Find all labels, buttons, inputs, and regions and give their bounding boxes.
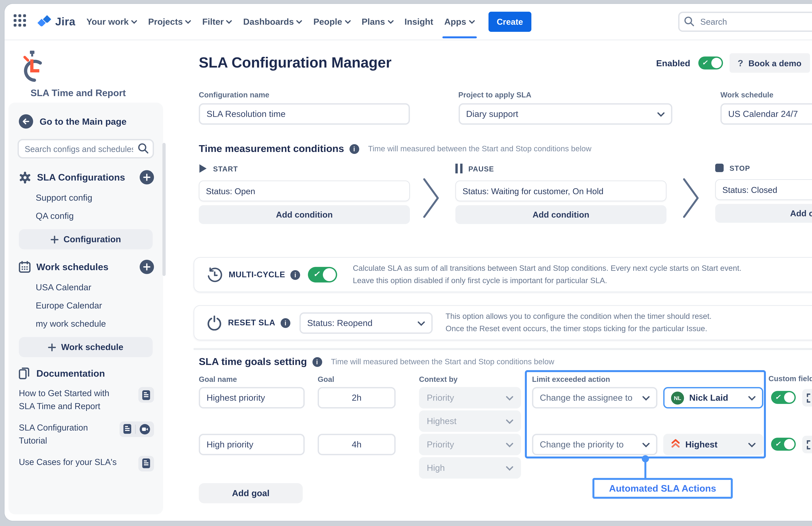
chevron-down-icon <box>748 440 755 449</box>
power-icon <box>207 315 221 330</box>
priority-select-row2[interactable]: Highest <box>663 434 763 455</box>
config-name-label: Configuration name <box>199 91 410 99</box>
info-icon[interactable]: i <box>312 357 322 367</box>
doc-how-to-get-started[interactable]: How to Get Started with SLA Time and Rep… <box>19 387 154 414</box>
doc-badge <box>119 422 154 437</box>
pause-add-condition-button[interactable]: Add condition <box>455 205 667 224</box>
context-by-header: Context by <box>419 375 458 383</box>
chevron-down-icon <box>418 318 425 327</box>
reset-sla-select[interactable]: Status: Reopend <box>299 312 433 334</box>
info-icon[interactable]: i <box>290 270 300 280</box>
chevron-down-icon <box>506 416 513 426</box>
chevron-down-icon <box>506 393 513 403</box>
config-name-input[interactable] <box>199 103 410 125</box>
multi-cycle-label: MULTI-CYCLE <box>229 270 285 279</box>
page-title: SLA Configuration Manager <box>199 55 392 71</box>
project-select[interactable]: Diary support <box>458 103 672 125</box>
custom-field-toggle-row2[interactable]: ✓ <box>771 438 796 451</box>
sidebar: SLA Time and Report Go to the Main page <box>4 40 167 521</box>
goal-name-input-row1[interactable] <box>199 387 305 408</box>
start-add-condition-button[interactable]: Add condition <box>199 205 410 224</box>
work-schedules-title: Work schedules <box>37 262 108 272</box>
sidebar-item-support-config[interactable]: Support config <box>36 193 154 203</box>
assignee-select-row1[interactable]: NL Nick Laid <box>663 387 763 408</box>
nav-dashboards[interactable]: Dashboards <box>243 17 302 27</box>
chevron-down-icon <box>748 393 755 403</box>
create-button[interactable]: Create <box>488 12 532 32</box>
app-switcher-icon[interactable] <box>14 14 26 29</box>
work-schedules-section: Work schedules <box>19 260 154 274</box>
work-schedule-select[interactable]: US Calendar 24/7 <box>721 103 812 125</box>
expand-icon <box>807 440 812 449</box>
chevron-down-icon <box>296 20 302 24</box>
chevron-down-icon <box>469 20 475 24</box>
nav-apps[interactable]: Apps <box>444 17 475 27</box>
chevron-down-icon <box>131 20 137 24</box>
nav-plans[interactable]: Plans <box>362 17 393 27</box>
reset-sla-label: RESET SLA <box>228 318 275 327</box>
expand-button-row1[interactable] <box>802 389 812 407</box>
context-value-select-row1[interactable]: Highest <box>419 410 521 432</box>
multi-cycle-icon <box>207 267 222 282</box>
goals-hint: Time will measured between the Start and… <box>331 357 554 366</box>
jira-logo[interactable]: Jira <box>37 14 75 30</box>
goal-value-input-row1[interactable] <box>318 387 396 408</box>
context-value-select-row2[interactable]: High <box>419 457 521 479</box>
add-configuration-button[interactable]: Configuration <box>19 229 153 249</box>
stop-column: STOP Status: Closed Add condition <box>715 164 812 223</box>
custom-field-header: Custom field <box>768 375 812 382</box>
sidebar-item-usa-calendar[interactable]: USA Calendar <box>36 282 154 292</box>
goal-header: Goal <box>318 375 334 383</box>
add-configuration-icon-button[interactable] <box>140 170 154 185</box>
search-input[interactable] <box>678 12 812 32</box>
sidebar-search-input[interactable] <box>17 139 154 159</box>
add-goal-button[interactable]: Add goal <box>199 483 303 503</box>
sidebar-item-europe-calendar[interactable]: Europe Calendar <box>36 301 154 310</box>
limit-action-select-row1[interactable]: Change the assignee to <box>532 387 657 408</box>
project-label: Project to apply SLA <box>458 91 672 99</box>
enabled-toggle[interactable]: ✓ <box>698 57 723 70</box>
info-icon[interactable]: i <box>349 144 359 154</box>
nav-insight[interactable]: Insight <box>405 17 433 27</box>
stop-condition[interactable]: Status: Closed <box>715 179 812 200</box>
doc-sla-configuration-tutorial[interactable]: SLA Configuration Tutorial <box>19 422 154 448</box>
expand-button-row2[interactable] <box>802 436 812 453</box>
context-select-row2[interactable]: Priority <box>419 434 521 455</box>
book-demo-button[interactable]: ? Book a demo <box>729 53 810 73</box>
chevron-down-icon <box>345 20 351 24</box>
add-schedule-icon-button[interactable] <box>140 260 154 274</box>
stop-add-condition-button[interactable]: Add condition <box>715 204 812 223</box>
goal-name-input-row2[interactable] <box>199 434 305 455</box>
sidebar-item-my-work-schedule[interactable]: my work schedule <box>36 319 154 328</box>
jira-wordmark: Jira <box>55 15 75 28</box>
custom-field-toggle-row1[interactable]: ✓ <box>771 391 796 404</box>
start-condition[interactable]: Status: Open <box>199 180 410 201</box>
sidebar-scrollbar[interactable] <box>162 143 166 276</box>
nav-filter[interactable]: Filter <box>202 17 232 27</box>
info-icon[interactable]: i <box>280 318 290 327</box>
chevron-down-icon <box>642 440 650 449</box>
sidebar-search <box>17 139 154 159</box>
go-to-main-page[interactable]: Go to the Main page <box>19 114 154 129</box>
context-select-row1[interactable]: Priority <box>419 387 521 408</box>
reset-sla-description: This option allows you to configure the … <box>446 311 711 335</box>
nav-search <box>678 12 812 32</box>
sidebar-item-qa-config[interactable]: QA config <box>36 211 154 221</box>
nav-your-work[interactable]: Your work <box>86 17 137 27</box>
limit-action-select-row2[interactable]: Change the priority to <box>532 434 657 455</box>
sla-app-title: SLA Time and Report <box>30 88 126 98</box>
section-divider <box>193 348 812 350</box>
add-work-schedule-button[interactable]: Work schedule <box>19 337 153 357</box>
documents-icon <box>19 367 30 379</box>
multi-cycle-toggle[interactable]: ✓ <box>308 267 337 282</box>
goal-value-input-row2[interactable] <box>318 434 396 455</box>
chevron-down-icon <box>506 440 513 449</box>
search-icon <box>684 16 694 29</box>
gear-icon <box>19 171 31 184</box>
nav-projects[interactable]: Projects <box>148 17 191 27</box>
doc-use-cases[interactable]: Use Cases for your SLA's <box>19 456 154 471</box>
pause-condition[interactable]: Status: Waiting for customer, On Hold <box>455 180 667 201</box>
question-icon: ? <box>738 58 743 68</box>
nav-people[interactable]: People <box>314 17 351 27</box>
tmc-title: Time measurement conditions <box>199 143 344 155</box>
